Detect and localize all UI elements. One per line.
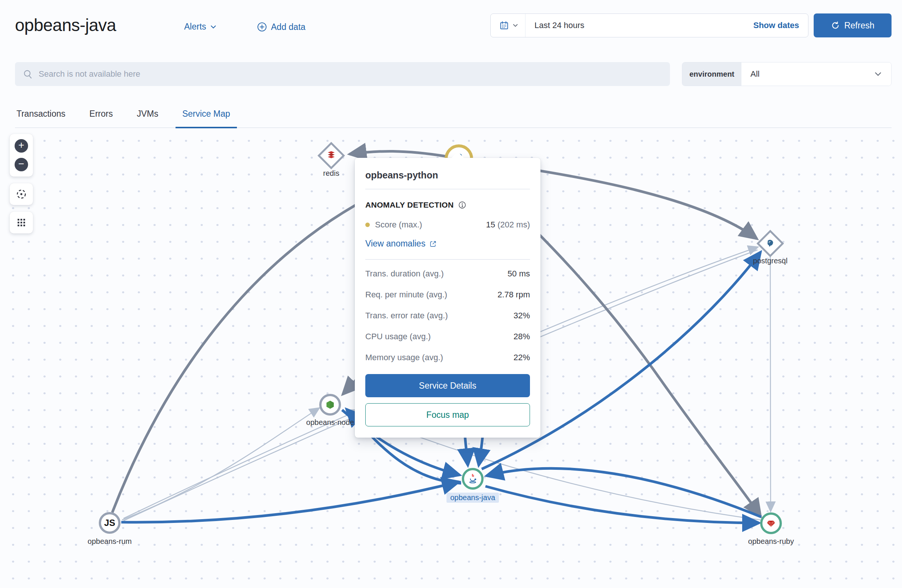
metric-value: 50 ms bbox=[507, 269, 530, 279]
environment-selected-value: All bbox=[750, 69, 759, 79]
postgresql-icon bbox=[765, 238, 775, 249]
metric-label: Trans. duration (avg.) bbox=[365, 269, 444, 279]
crosshair-icon bbox=[15, 188, 27, 200]
layout-control[interactable] bbox=[10, 212, 33, 233]
alerts-menu-button[interactable]: Alerts bbox=[184, 22, 217, 32]
metric-label: CPU usage (avg.) bbox=[365, 332, 431, 341]
view-anomalies-label: View anomalies bbox=[365, 239, 426, 249]
javascript-icon: JS bbox=[104, 518, 115, 528]
tab-jvms[interactable]: JVMs bbox=[135, 100, 160, 128]
service-map-node-opbeans-node[interactable] bbox=[319, 394, 341, 416]
refresh-label: Refresh bbox=[844, 20, 875, 31]
info-icon[interactable] bbox=[458, 201, 466, 209]
focus-map-button[interactable]: Focus map bbox=[365, 403, 530, 426]
metric-label: Memory usage (avg.) bbox=[365, 353, 443, 363]
chevron-down-icon bbox=[210, 23, 217, 30]
center-map-control[interactable] bbox=[10, 183, 33, 205]
tab-transactions[interactable]: Transactions bbox=[15, 100, 67, 128]
grid-dots-icon bbox=[16, 217, 27, 228]
page-title: opbeans-java bbox=[15, 15, 116, 35]
node-label-opbeans-java[interactable]: opbeans-java bbox=[446, 493, 499, 503]
calendar-icon bbox=[499, 20, 509, 31]
node-label-opbeans-rum: opbeans-rum bbox=[88, 537, 132, 546]
nodejs-icon bbox=[325, 399, 335, 410]
node-label-postgresql: postgresql bbox=[753, 256, 788, 265]
refresh-button[interactable]: Refresh bbox=[814, 14, 891, 38]
service-map-node-opbeans-ruby[interactable] bbox=[760, 513, 782, 534]
plus-circle-icon bbox=[257, 22, 267, 32]
view-anomalies-link[interactable]: View anomalies bbox=[365, 239, 437, 249]
metric-label: Trans. error rate (avg.) bbox=[365, 311, 448, 321]
chevron-down-icon bbox=[874, 70, 882, 78]
add-data-label: Add data bbox=[271, 22, 305, 32]
service-popup-opbeans-python: opbeans-python ANOMALY DETECTION Score (… bbox=[355, 158, 540, 438]
search-input[interactable] bbox=[39, 69, 662, 79]
node-label-opbeans-node: opbeans-node bbox=[306, 418, 354, 427]
zoom-out-button[interactable]: − bbox=[15, 158, 28, 171]
metric-row: Req. per minute (avg.) 2.78 rpm bbox=[365, 284, 530, 305]
environment-filter-label: environment bbox=[682, 63, 741, 86]
popup-title: opbeans-python bbox=[365, 158, 530, 189]
metric-value: 32% bbox=[514, 311, 530, 321]
metric-value: 28% bbox=[514, 332, 530, 341]
metric-row: Trans. error rate (avg.) 32% bbox=[365, 305, 530, 326]
ruby-icon bbox=[766, 518, 776, 529]
search-icon bbox=[22, 69, 33, 80]
score-value: 15 bbox=[486, 220, 495, 229]
chevron-down-icon bbox=[512, 22, 518, 28]
tab-service-map[interactable]: Service Map bbox=[181, 100, 232, 128]
alerts-label: Alerts bbox=[184, 22, 206, 32]
environment-filter: environment All bbox=[682, 62, 891, 86]
search-bar bbox=[15, 62, 670, 86]
service-map-node-opbeans-rum[interactable]: JS bbox=[99, 512, 121, 534]
service-map-node-redis[interactable] bbox=[317, 142, 345, 169]
service-tabs: Transactions Errors JVMs Service Map bbox=[15, 100, 891, 128]
anomaly-score-row: Score (max.) 15 (202 ms) bbox=[365, 220, 530, 230]
metric-value: 22% bbox=[514, 353, 530, 363]
metric-row: CPU usage (avg.) 28% bbox=[365, 326, 530, 347]
java-icon bbox=[467, 473, 478, 485]
severity-dot-icon bbox=[365, 222, 370, 227]
node-label-redis: redis bbox=[323, 169, 339, 178]
node-label-opbeans-ruby: opbeans-ruby bbox=[748, 537, 794, 546]
score-duration: (202 ms) bbox=[495, 220, 530, 229]
metric-row: Trans. duration (avg.) 50 ms bbox=[365, 263, 530, 284]
metric-row: Memory usage (avg.) 22% bbox=[365, 347, 530, 368]
service-details-button[interactable]: Service Details bbox=[365, 374, 530, 397]
refresh-icon bbox=[831, 21, 840, 30]
service-map-node-opbeans-java[interactable] bbox=[462, 468, 484, 489]
show-dates-button[interactable]: Show dates bbox=[753, 20, 808, 30]
environment-select[interactable]: All bbox=[741, 63, 891, 86]
external-link-icon bbox=[429, 240, 437, 248]
zoom-in-button[interactable]: + bbox=[15, 139, 28, 153]
time-range-value[interactable]: Last 24 hours bbox=[526, 20, 584, 30]
anomaly-section-title: ANOMALY DETECTION bbox=[365, 200, 454, 210]
add-data-button[interactable]: Add data bbox=[257, 22, 305, 32]
metric-label: Req. per minute (avg.) bbox=[365, 290, 447, 300]
service-map-node-postgresql[interactable] bbox=[756, 230, 784, 257]
zoom-controls: + − bbox=[10, 134, 33, 177]
quick-select-button[interactable] bbox=[491, 14, 526, 37]
time-range-picker: Last 24 hours Show dates bbox=[490, 14, 808, 38]
score-label: Score (max.) bbox=[375, 220, 422, 230]
metric-value: 2.78 rpm bbox=[497, 290, 530, 300]
tab-errors[interactable]: Errors bbox=[88, 100, 114, 128]
redis-icon bbox=[326, 150, 337, 161]
